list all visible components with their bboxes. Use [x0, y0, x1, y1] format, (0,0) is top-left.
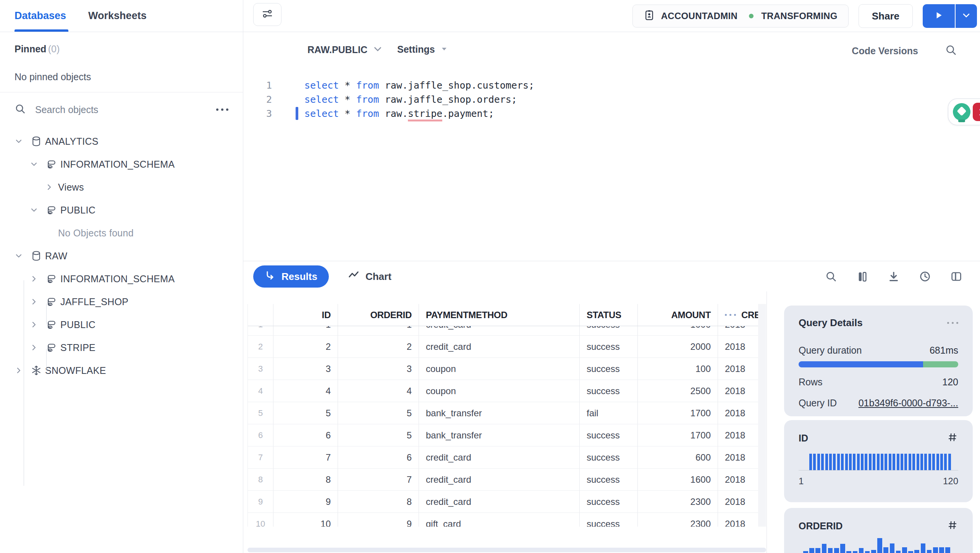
column-menu-icon[interactable]: [725, 314, 736, 316]
table-cell[interactable]: 2018: [718, 336, 762, 357]
table-row[interactable]: 444couponsuccess25002018: [248, 380, 762, 402]
table-cell[interactable]: 2018: [718, 326, 762, 335]
query-id-link[interactable]: 01b349f6-0000-d793-...: [859, 398, 958, 409]
table-cell[interactable]: success: [580, 513, 638, 527]
table-cell[interactable]: 1000: [638, 326, 718, 335]
table-cell[interactable]: success: [580, 326, 638, 335]
table-cell[interactable]: credit_card: [419, 469, 580, 490]
column-header-paymentmethod[interactable]: PAYMENTMETHOD: [419, 304, 580, 326]
tab-chart[interactable]: Chart: [348, 270, 391, 284]
tab-databases[interactable]: Databases: [15, 0, 66, 32]
table-row[interactable]: 776credit_cardsuccess6002018: [248, 446, 762, 469]
table-cell[interactable]: 1600: [638, 469, 718, 490]
table-row[interactable]: 222credit_cardsuccess20002018: [248, 336, 762, 358]
chevron-down-icon[interactable]: [25, 160, 43, 169]
table-cell[interactable]: success: [580, 469, 638, 490]
table-cell[interactable]: 3: [273, 358, 338, 380]
table-cell[interactable]: 2300: [638, 491, 718, 513]
sidebar-tree-item-raw[interactable]: RAW: [0, 244, 243, 267]
table-cell[interactable]: 1700: [638, 402, 718, 424]
table-cell[interactable]: 7: [338, 469, 419, 490]
chevron-down-icon[interactable]: [25, 205, 43, 215]
run-button[interactable]: [923, 4, 955, 28]
table-cell[interactable]: 2018: [718, 402, 762, 424]
table-cell[interactable]: 7: [273, 446, 338, 468]
table-cell[interactable]: 600: [638, 446, 718, 468]
code-area[interactable]: 1select * from raw.jaffle_shop.customers…: [243, 78, 534, 121]
table-cell[interactable]: 2018: [718, 380, 762, 402]
more-menu-icon[interactable]: [216, 108, 228, 111]
chevron-right-icon[interactable]: [25, 320, 43, 329]
code-versions-link[interactable]: Code Versions: [852, 45, 918, 57]
share-button[interactable]: Share: [859, 4, 913, 28]
table-cell[interactable]: coupon: [419, 358, 580, 380]
sidebar-tree-item-jaffle-shop[interactable]: JAFFLE_SHOP: [0, 290, 243, 313]
search-input[interactable]: Search objects: [35, 104, 207, 115]
table-cell[interactable]: 100: [638, 358, 718, 380]
horizontal-scrollbar[interactable]: [247, 548, 766, 552]
search-results-icon[interactable]: [825, 270, 837, 283]
table-cell[interactable]: bank_transfer: [419, 424, 580, 446]
code-line[interactable]: 3select * from raw.stripe.payment;: [243, 107, 534, 121]
table-cell[interactable]: success: [580, 424, 638, 446]
chevron-down-icon[interactable]: [10, 137, 27, 146]
chevron-right-icon[interactable]: [25, 274, 43, 283]
orderid-histogram[interactable]: [799, 538, 958, 553]
table-cell[interactable]: 2018: [718, 513, 762, 527]
table-cell[interactable]: 4: [338, 380, 419, 402]
table-cell[interactable]: 9: [338, 513, 419, 527]
sidebar-tree-item-snowflake[interactable]: SNOWFLAKE: [0, 359, 243, 382]
sidebar-tree-item-public[interactable]: PUBLIC: [0, 313, 243, 336]
table-row[interactable]: 555bank_transferfail17002018: [248, 402, 762, 424]
table-row[interactable]: 665bank_transfersuccess17002018: [248, 424, 762, 446]
table-cell[interactable]: 10: [273, 513, 338, 527]
tab-results[interactable]: Results: [253, 265, 329, 288]
code-line-content[interactable]: select * from raw.jaffle_shop.orders;: [304, 92, 517, 107]
table-cell[interactable]: bank_transfer: [419, 402, 580, 424]
table-cell[interactable]: credit_card: [419, 491, 580, 513]
column-header-amount[interactable]: AMOUNT: [638, 304, 718, 326]
table-cell[interactable]: 4: [273, 380, 338, 402]
table-cell[interactable]: gift_card: [419, 513, 580, 527]
column-header-id[interactable]: ID: [273, 304, 338, 326]
table-cell[interactable]: coupon: [419, 380, 580, 402]
table-row[interactable]: 998credit_cardsuccess23002018: [248, 491, 762, 513]
sidebar-tree-item-information-schema[interactable]: INFORMATION_SCHEMA: [0, 267, 243, 290]
column-header-orderid[interactable]: ORDERID: [338, 304, 419, 326]
table-cell[interactable]: success: [580, 380, 638, 402]
table-cell[interactable]: 6: [338, 446, 419, 468]
table-cell[interactable]: success: [580, 491, 638, 513]
table-cell[interactable]: 2018: [718, 446, 762, 468]
sidebar-tree-item-public[interactable]: PUBLIC: [0, 199, 243, 222]
chevron-right-icon[interactable]: [25, 297, 43, 306]
table-cell[interactable]: 5: [273, 402, 338, 424]
table-cell[interactable]: 8: [338, 491, 419, 513]
assistant-suggestion-pill[interactable]: 1: [948, 99, 980, 125]
table-cell[interactable]: 1: [273, 326, 338, 335]
table-cell[interactable]: 5: [338, 402, 419, 424]
table-cell[interactable]: 5: [338, 424, 419, 446]
table-cell[interactable]: 9: [273, 491, 338, 513]
code-line-content[interactable]: select * from raw.stripe.payment;: [304, 107, 494, 121]
column-header-created[interactable]: CREATED: [718, 304, 762, 326]
table-row[interactable]: 111credit_cardsuccess10002018: [248, 326, 762, 336]
sidebar-tree-item-stripe[interactable]: STRIPE: [0, 336, 243, 359]
object-search[interactable]: Search objects: [0, 92, 243, 127]
chevron-down-icon[interactable]: [10, 251, 27, 260]
table-cell[interactable]: 2018: [718, 358, 762, 380]
table-cell[interactable]: 8: [273, 469, 338, 490]
table-cell[interactable]: credit_card: [419, 326, 580, 335]
columns-icon[interactable]: [856, 270, 868, 283]
table-cell[interactable]: 6: [273, 424, 338, 446]
table-cell[interactable]: 2000: [638, 336, 718, 357]
table-cell[interactable]: 1: [338, 326, 419, 335]
history-icon[interactable]: [919, 270, 931, 283]
table-cell[interactable]: 3: [338, 358, 419, 380]
id-histogram[interactable]: [799, 454, 958, 470]
table-cell[interactable]: credit_card: [419, 446, 580, 468]
code-line-content[interactable]: select * from raw.jaffle_shop.customers;: [304, 78, 534, 92]
table-cell[interactable]: success: [580, 446, 638, 468]
table-cell[interactable]: fail: [580, 402, 638, 424]
split-panel-icon[interactable]: [950, 270, 962, 283]
worksheet-config-button[interactable]: [253, 3, 281, 26]
